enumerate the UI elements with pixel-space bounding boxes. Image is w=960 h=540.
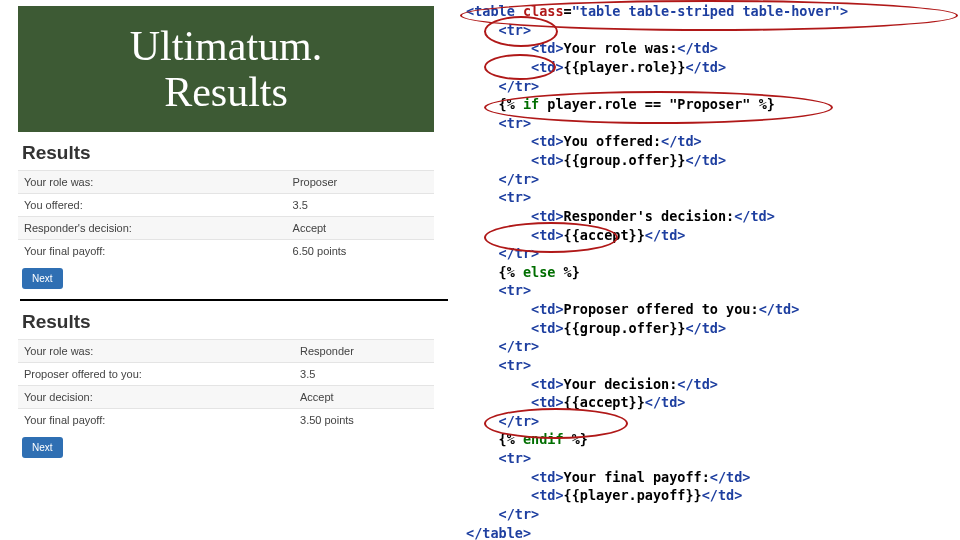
table-row: Your role was:Proposer	[18, 171, 434, 194]
next-button[interactable]: Next	[22, 437, 63, 458]
results-panel-responder: Results Your role was:Responder Proposer…	[18, 311, 434, 458]
results-table: Your role was:Proposer You offered:3.5 R…	[18, 170, 434, 262]
table-row: You offered:3.5	[18, 194, 434, 217]
code-snippet: <table class="table table-striped table-…	[466, 2, 946, 540]
next-button[interactable]: Next	[22, 268, 63, 289]
table-row: Responder's decision:Accept	[18, 217, 434, 240]
table-row: Your final payoff:3.50 points	[18, 409, 434, 432]
table-row: Proposer offered to you:3.5	[18, 363, 434, 386]
results-table: Your role was:Responder Proposer offered…	[18, 339, 434, 431]
results-heading: Results	[22, 311, 434, 333]
divider	[20, 299, 448, 301]
results-heading: Results	[22, 142, 434, 164]
results-panel-proposer: Results Your role was:Proposer You offer…	[18, 142, 434, 289]
table-row: Your final payoff:6.50 points	[18, 240, 434, 263]
table-row: Your decision:Accept	[18, 386, 434, 409]
slide-title: Ultimatum.Results	[18, 6, 434, 132]
table-row: Your role was:Responder	[18, 340, 434, 363]
